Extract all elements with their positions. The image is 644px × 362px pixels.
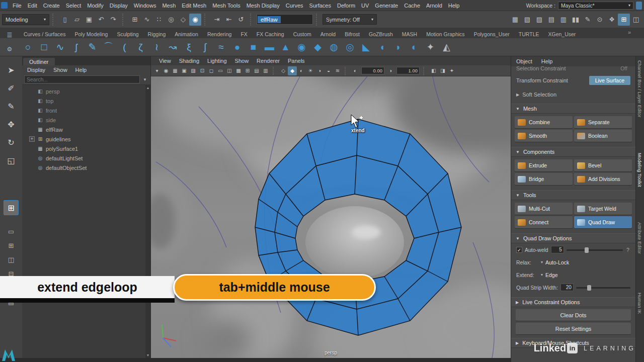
- arc-2point-icon[interactable]: (: [117, 39, 132, 55]
- overscan-icon[interactable]: ◻: [207, 66, 216, 75]
- viewport-menu-item[interactable]: View: [155, 58, 175, 64]
- snap-view-plane-icon[interactable]: ◇: [177, 14, 189, 26]
- exposure-field[interactable]: 0.00: [361, 67, 384, 74]
- input-connections-icon[interactable]: ⇥: [211, 14, 223, 26]
- anim-layers-icon[interactable]: ▥: [557, 14, 570, 26]
- clear-dots-button[interactable]: Clear Dots: [516, 309, 631, 321]
- viewport-canvas[interactable]: xtend persp: [151, 76, 511, 358]
- shelf-tab[interactable]: Animation: [170, 30, 203, 38]
- layout-single-pane-icon[interactable]: ▭: [4, 225, 18, 237]
- menu-item[interactable]: Deform: [334, 0, 358, 11]
- make-live-icon[interactable]: ◉: [189, 14, 201, 26]
- expand-toggle-icon[interactable]: +: [29, 136, 35, 142]
- poly-disc-icon[interactable]: ◍: [326, 39, 342, 55]
- shelf-tab[interactable]: Arnold: [316, 30, 340, 38]
- joints-xray-icon[interactable]: ✦: [447, 66, 456, 75]
- bevel-icon[interactable]: Bevel: [574, 159, 632, 171]
- reset-settings-button[interactable]: Reset Settings: [516, 323, 631, 334]
- tab-attribute-editor[interactable]: Attribute Editor: [637, 222, 642, 254]
- boolean-icon[interactable]: Boolean: [574, 130, 632, 142]
- shelf-tab[interactable]: FX Caching: [252, 30, 289, 38]
- modeling-toolkit-toggle-icon[interactable]: ⊞: [618, 14, 630, 26]
- shadows-icon[interactable]: ◑: [315, 66, 324, 75]
- poly-pipe-icon[interactable]: ◖: [374, 39, 390, 55]
- relax-value[interactable]: Auto-Lock: [545, 259, 569, 265]
- tab-modeling-toolkit[interactable]: Modeling Toolkit: [637, 153, 642, 187]
- workspace-panel-toggle-icon[interactable]: [636, 2, 642, 10]
- auto-weld-checkbox[interactable]: ✓: [516, 247, 522, 253]
- nurbs-square-icon[interactable]: □: [36, 39, 52, 55]
- menu-item[interactable]: Help: [445, 0, 463, 11]
- expand-toggle-icon[interactable]: [29, 117, 35, 123]
- output-connections-icon[interactable]: ⇤: [223, 14, 235, 26]
- pencil-curve-icon[interactable]: ✎: [85, 39, 100, 55]
- auto-weld-slider[interactable]: [567, 247, 623, 253]
- camera-keys-icon[interactable]: ⊙: [594, 14, 606, 26]
- attach-curves-icon[interactable]: ↝: [165, 39, 181, 55]
- multi-cut-icon[interactable]: Multi-Cut: [515, 203, 573, 215]
- wireframe-mode-icon[interactable]: ◇: [279, 66, 288, 75]
- outliner-menu-item[interactable]: Display: [27, 67, 45, 73]
- scale-tool-icon[interactable]: ◱: [4, 153, 19, 168]
- grease-pencil-icon[interactable]: ✎: [582, 14, 594, 26]
- connect-icon[interactable]: Connect: [515, 216, 573, 228]
- menu-item[interactable]: Create: [40, 0, 63, 11]
- menu-item[interactable]: Windows: [131, 0, 159, 11]
- soft-selection-row[interactable]: ▶ Soft Selection: [511, 89, 635, 100]
- expand-toggle-icon[interactable]: [29, 165, 35, 170]
- quad-draw-options-header[interactable]: ▼ Quad Draw Options: [511, 233, 635, 243]
- menu-item[interactable]: Arnold: [423, 0, 445, 11]
- menu-item[interactable]: Surfaces: [306, 0, 334, 11]
- menu-item[interactable]: Mesh: [159, 0, 179, 11]
- outliner-item[interactable]: top: [22, 96, 150, 106]
- add-divisions-icon[interactable]: Add Divisions: [574, 173, 632, 185]
- shelf-tab[interactable]: MASH: [397, 30, 422, 38]
- screen-layout-icon[interactable]: ◫: [630, 14, 642, 26]
- nurbs-circle-icon[interactable]: ○: [20, 39, 36, 55]
- combine-icon[interactable]: Combine: [515, 116, 573, 128]
- outliner-item[interactable]: defaultObjectSet: [22, 163, 150, 172]
- gamma-icon[interactable]: ◑: [386, 66, 395, 75]
- film-gate-icon[interactable]: ▭: [216, 66, 225, 75]
- shelf-tab[interactable]: Rendering: [203, 30, 236, 38]
- shelf-tab[interactable]: Poly Modeling: [70, 30, 112, 38]
- quad-draw-tool-icon[interactable]: ⊞: [4, 200, 19, 215]
- viewport-menu-item[interactable]: Shading: [175, 58, 203, 64]
- ep-curve-icon[interactable]: ʃ: [68, 39, 84, 55]
- expand-toggle-icon[interactable]: [29, 108, 35, 113]
- smooth-icon[interactable]: Smooth: [515, 130, 573, 142]
- outliner-scrollbar[interactable]: ▲ ▼: [145, 85, 150, 358]
- search-filter-dropdown-icon[interactable]: ▾: [141, 77, 148, 82]
- construction-history-icon[interactable]: ↺: [235, 14, 247, 26]
- gate-mask-icon[interactable]: ▩: [234, 66, 243, 75]
- menu-item[interactable]: Edit: [25, 0, 40, 11]
- use-lights-icon[interactable]: ☀: [306, 66, 315, 75]
- sculpt-tool-icon[interactable]: ◭: [439, 39, 454, 55]
- separate-icon[interactable]: Separate: [574, 116, 632, 128]
- shaded-mode-icon[interactable]: ◆: [288, 66, 297, 75]
- paint-selection-tool-icon[interactable]: ✎: [4, 99, 19, 114]
- menu-item[interactable]: Cache: [401, 0, 423, 11]
- safe-action-icon[interactable]: ▤: [252, 66, 261, 75]
- shelf-menu-icon[interactable]: ☰: [7, 32, 13, 39]
- open-scene-icon[interactable]: ▱: [71, 14, 83, 26]
- target-weld-icon[interactable]: Target Weld: [574, 203, 632, 215]
- scroll-down-icon[interactable]: ▼: [146, 353, 150, 357]
- resolution-gate-icon[interactable]: ◫: [225, 66, 234, 75]
- outliner-item[interactable]: polySurface1: [22, 144, 150, 153]
- outliner-item[interactable]: persp: [22, 86, 150, 96]
- shelf-tab[interactable]: Curves / Surfaces: [19, 30, 70, 38]
- undo-icon[interactable]: ↶: [95, 14, 107, 26]
- shelf-tab[interactable]: Motion Graphics: [422, 30, 469, 38]
- viewport-menu-item[interactable]: Panels: [284, 58, 309, 64]
- bridge-icon[interactable]: Bridge: [515, 173, 573, 185]
- arc-3point-icon[interactable]: ⌒: [101, 39, 116, 55]
- chevron-down-icon[interactable]: ▾: [541, 273, 543, 277]
- selection-mask-field[interactable]: elfRaw: [257, 14, 313, 25]
- poly-cone-icon[interactable]: ▲: [278, 39, 293, 55]
- shelf-tab[interactable]: Rigging: [143, 30, 171, 38]
- shelf-tab[interactable]: Custom: [289, 30, 316, 38]
- ambient-occlusion-icon[interactable]: ◒: [324, 66, 333, 75]
- safe-title-icon[interactable]: ▥: [261, 66, 270, 75]
- outliner-item[interactable]: elfRaw: [22, 125, 150, 134]
